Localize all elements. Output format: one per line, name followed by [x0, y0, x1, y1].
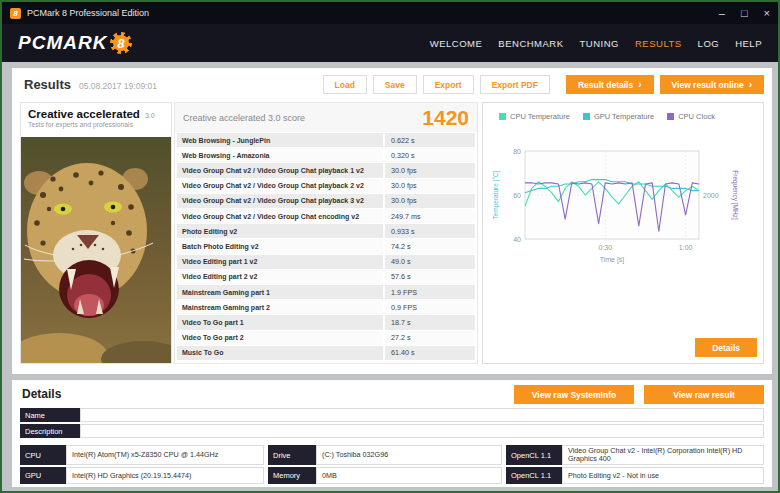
export-pdf-button[interactable]: Export PDF	[480, 75, 550, 94]
details-panel: Details View raw SystemInfo View raw res…	[12, 380, 772, 487]
maximize-icon[interactable]: □	[741, 8, 748, 19]
performance-chart: 40608020000:301:00Time [s]Temperature [°…	[487, 127, 759, 277]
export-button[interactable]: Export	[423, 75, 474, 94]
test-result: 0.9 FPS	[383, 300, 475, 314]
svg-text:Frequency [MHz]: Frequency [MHz]	[731, 170, 739, 220]
pcmark-logo-text: PCMARK	[18, 32, 107, 54]
titlebar: 8 PCMark 8 Professional Edition – □ ×	[2, 2, 778, 24]
table-row: Mainstream Gaming part 11.9 FPS	[177, 285, 475, 299]
chart-legend: CPU Temperature GPU Temperature CPU Cloc…	[483, 103, 763, 121]
test-result: 27.2 s	[383, 331, 475, 345]
table-row: Video To Go part 118.7 s	[177, 315, 475, 329]
view-result-online-button[interactable]: View result online ›	[660, 75, 764, 94]
table-row: Video Group Chat v2 / Video Group Chat p…	[177, 194, 475, 208]
test-result: 30.0 fps	[383, 179, 475, 193]
details-button[interactable]: Details	[695, 338, 757, 357]
cpu-clock-swatch-icon	[667, 113, 674, 120]
window-title: PCMark 8 Professional Edition	[27, 8, 149, 18]
test-result: 49.0 s	[383, 255, 475, 269]
minimize-icon[interactable]: –	[719, 8, 725, 19]
test-result: 74.2 s	[383, 239, 475, 253]
test-name: Video Editing part 1 v2	[177, 255, 383, 269]
chevron-right-icon: ›	[749, 79, 752, 90]
test-name: Mainstream Gaming part 1	[177, 285, 383, 299]
load-button[interactable]: Load	[323, 75, 367, 94]
test-version: 3.0	[145, 112, 155, 119]
test-result: 57.6 s	[383, 270, 475, 284]
test-name: Photo Editing v2	[177, 224, 383, 238]
table-row: Video Editing part 2 v257.6 s	[177, 270, 475, 284]
test-name: Video Group Chat v2 / Video Group Chat e…	[177, 209, 383, 223]
description-label: Description	[20, 424, 80, 438]
svg-text:80: 80	[513, 148, 521, 155]
test-name: Web Browsing - Amazonia	[177, 148, 383, 162]
test-name: Video Group Chat v2 / Video Group Chat p…	[177, 194, 383, 208]
nav-items: WELCOME BENCHMARK TUNING RESULTS LOG HEL…	[430, 38, 762, 49]
test-name: Video To Go part 1	[177, 315, 383, 329]
save-button[interactable]: Save	[373, 75, 417, 94]
view-raw-systeminfo-button[interactable]: View raw SystemInfo	[514, 385, 634, 404]
opencl2-value: Photo Editing v2 - Not in use	[562, 467, 764, 484]
svg-text:2000: 2000	[703, 192, 719, 199]
memory-value: 0MB	[316, 467, 502, 484]
svg-text:40: 40	[513, 236, 521, 243]
table-row: Web Browsing - JunglePin0.622 s	[177, 133, 475, 147]
legend-item-gpu-temp: GPU Temperature	[583, 112, 654, 121]
nav-item-help[interactable]: HELP	[735, 38, 762, 49]
legend-item-cpu-clock: CPU Clock	[667, 112, 715, 121]
gpu-row: GPU Intel(R) HD Graphics (20.19.15.4474)…	[20, 467, 764, 484]
gpu-label: GPU	[20, 467, 66, 484]
pcmark-logo: PCMARK 8	[18, 32, 132, 54]
main-nav: PCMARK 8 WELCOME BENCHMARK TUNING RESULT…	[2, 24, 778, 62]
view-raw-result-button[interactable]: View raw result	[644, 385, 764, 404]
score-title: Creative accelerated 3.0 score	[183, 113, 305, 123]
table-row: Mainstream Gaming part 20.9 FPS	[177, 300, 475, 314]
opencl1-label: OpenCL 1.1	[506, 445, 562, 465]
test-result: 61.40 s	[383, 346, 475, 360]
score-header: Creative accelerated 3.0 score 1420	[175, 103, 477, 132]
nav-item-benchmark[interactable]: BENCHMARK	[498, 38, 563, 49]
close-icon[interactable]: ×	[764, 8, 770, 19]
gear-logo-icon: 8	[110, 32, 132, 54]
leopard-image	[21, 137, 171, 363]
test-result: 1.9 FPS	[383, 285, 475, 299]
test-card-header: Creative accelerated 3.0 Tests for exper…	[21, 103, 171, 131]
results-header: Results 05.08.2017 19:09:01	[24, 77, 157, 92]
test-name: Music To Go	[177, 346, 383, 360]
nav-item-log[interactable]: LOG	[698, 38, 720, 49]
test-name: Video Group Chat v2 / Video Group Chat p…	[177, 179, 383, 193]
table-row: Photo Editing v20.933 s	[177, 224, 475, 238]
details-title: Details	[22, 387, 61, 401]
result-timestamp: 05.08.2017 19:09:01	[79, 81, 157, 91]
test-name: Web Browsing - JunglePin	[177, 133, 383, 147]
score-card: Creative accelerated 3.0 score 1420 Web …	[174, 102, 478, 364]
result-details-button[interactable]: Result details ›	[566, 75, 654, 94]
table-row: Batch Photo Editing v274.2 s	[177, 239, 475, 253]
test-name: Video Group Chat v2 / Video Group Chat p…	[177, 163, 383, 177]
score-table: Web Browsing - JunglePin0.622 sWeb Brows…	[175, 132, 477, 363]
nav-item-tuning[interactable]: TUNING	[580, 38, 619, 49]
page-title: Results	[24, 77, 71, 92]
results-toolbar: Load Save Export Export PDF Result detai…	[323, 75, 764, 94]
score-value: 1420	[422, 106, 469, 130]
svg-text:Temperature [°C]: Temperature [°C]	[492, 170, 500, 219]
name-row: Name	[20, 408, 764, 422]
description-value	[80, 424, 764, 438]
app-icon: 8	[10, 8, 21, 19]
cpu-row: CPU Intel(R) Atom(TM) x5-Z8350 CPU @ 1.4…	[20, 445, 764, 465]
test-name: Video To Go part 2	[177, 331, 383, 345]
window-controls: – □ ×	[719, 8, 770, 19]
test-name: Mainstream Gaming part 2	[177, 300, 383, 314]
nav-item-results[interactable]: RESULTS	[635, 38, 682, 49]
drive-label: Drive	[268, 445, 316, 465]
cpu-temp-swatch-icon	[499, 113, 506, 120]
description-row: Description	[20, 424, 764, 438]
table-row: Video Group Chat v2 / Video Group Chat p…	[177, 163, 475, 177]
test-result: 0.622 s	[383, 133, 475, 147]
test-result: 249.7 ms	[383, 209, 475, 223]
table-row: Video To Go part 227.2 s	[177, 331, 475, 345]
nav-item-welcome[interactable]: WELCOME	[430, 38, 483, 49]
table-row: Video Group Chat v2 / Video Group Chat p…	[177, 179, 475, 193]
app-window: 8 PCMark 8 Professional Edition – □ × PC…	[0, 0, 780, 493]
name-value	[80, 408, 764, 422]
